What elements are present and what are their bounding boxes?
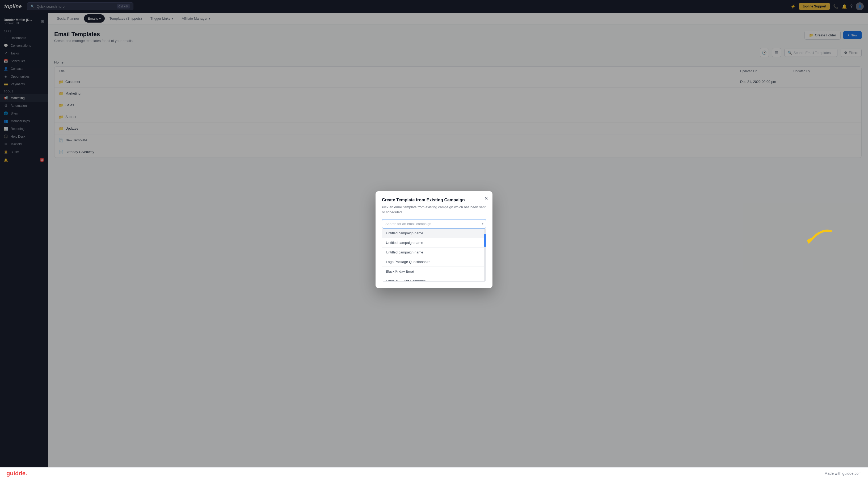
guidde-tagline: Made with guidde.com [825, 471, 862, 476]
search-chevron-icon: ▾ [482, 222, 484, 226]
modal-subtitle: Pick an email template from existing cam… [382, 204, 486, 215]
dropdown-item[interactable]: Black Friday Email [382, 267, 486, 276]
modal-dropdown: Untitled campaign name Untitled campaign… [382, 228, 486, 282]
modal-search-wrapper: ▾ [382, 219, 486, 228]
dropdown-item-label: Untitled campaign name [386, 231, 423, 235]
dropdown-item-label: Untitled campaign name [386, 241, 423, 245]
arrow-annotation [804, 226, 836, 253]
dropdown-item-label: Untitled campaign name [386, 250, 423, 254]
create-template-modal: Create Template from Existing Campaign P… [375, 191, 493, 288]
dropdown-item[interactable]: Untitled campaign name [382, 228, 486, 238]
guidde-footer: guidde. Made with guidde.com [0, 467, 868, 479]
dropdown-item-label: Email 10 - Blitz Campaign [386, 279, 426, 282]
guidde-logo: guidde. [6, 470, 27, 477]
dropdown-item-label: Logo Package Questionnaire [386, 260, 431, 264]
dropdown-item[interactable]: Untitled campaign name [382, 248, 486, 257]
campaign-search-input[interactable] [382, 219, 486, 228]
modal-title: Create Template from Existing Campaign [382, 198, 486, 202]
svg-marker-0 [807, 238, 811, 245]
modal-scrollbar[interactable] [484, 228, 486, 281]
dropdown-item-label: Black Friday Email [386, 269, 414, 274]
modal-close-button[interactable]: ✕ [484, 195, 488, 201]
dropdown-item[interactable]: Email 10 - Blitz Campaign [382, 276, 486, 282]
dropdown-item[interactable]: Logo Package Questionnaire [382, 257, 486, 267]
modal-overlay[interactable]: Create Template from Existing Campaign P… [0, 0, 868, 479]
scrollbar-thumb [484, 234, 486, 247]
dropdown-item[interactable]: Untitled campaign name [382, 238, 486, 248]
